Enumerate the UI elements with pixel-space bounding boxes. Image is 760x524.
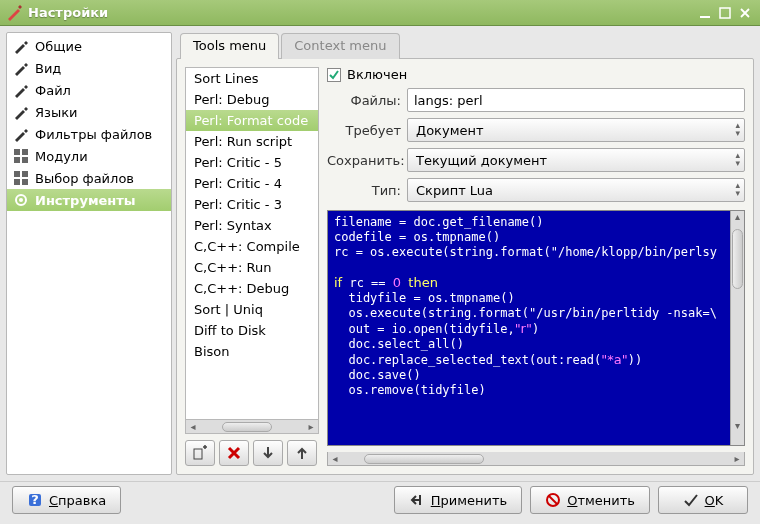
add-tool-button[interactable] bbox=[185, 440, 215, 466]
ok-icon bbox=[683, 492, 699, 508]
enabled-row: Включен bbox=[327, 67, 745, 82]
delete-tool-button[interactable] bbox=[219, 440, 249, 466]
sidebar-label: Выбор файлов bbox=[35, 171, 134, 186]
svg-point-11 bbox=[19, 198, 23, 202]
sidebar-label: Фильтры файлов bbox=[35, 127, 152, 142]
code-vscroll[interactable]: ▴ ▾ bbox=[730, 211, 744, 445]
type-row: Тип: Скрипт Lua ▴▾ bbox=[327, 178, 745, 202]
help-label-u: С bbox=[49, 493, 58, 508]
list-item[interactable]: Perl: Critic - 4 bbox=[186, 173, 318, 194]
grid-icon bbox=[13, 148, 29, 164]
list-item[interactable]: C,C++: Run bbox=[186, 257, 318, 278]
list-item[interactable]: Perl: Syntax bbox=[186, 215, 318, 236]
files-row: Файлы: bbox=[327, 88, 745, 112]
type-combo[interactable]: Скрипт Lua ▴▾ bbox=[407, 178, 745, 202]
app-icon bbox=[6, 5, 22, 21]
sidebar-label: Модули bbox=[35, 149, 88, 164]
code-editor[interactable]: filename = doc.get_filename() codefile =… bbox=[328, 211, 730, 445]
list-item[interactable]: Diff to Disk bbox=[186, 320, 318, 341]
files-label: Файлы: bbox=[327, 93, 401, 108]
svg-rect-1 bbox=[720, 8, 730, 18]
sidebar-item-file[interactable]: Файл bbox=[7, 79, 171, 101]
sidebar-item-plugins[interactable]: Модули bbox=[7, 145, 171, 167]
scroll-thumb[interactable] bbox=[222, 422, 272, 432]
svg-rect-9 bbox=[22, 179, 28, 185]
scroll-right-icon[interactable]: ▸ bbox=[730, 453, 744, 464]
close-button[interactable] bbox=[736, 4, 754, 22]
right-pane: Tools menu Context menu Sort Lines Perl:… bbox=[176, 32, 754, 475]
ok-button[interactable]: OK bbox=[658, 486, 748, 514]
tool-list-column: Sort Lines Perl: Debug Perl: Format code… bbox=[185, 67, 319, 466]
tab-context-menu[interactable]: Context menu bbox=[281, 33, 399, 59]
sidebar-item-languages[interactable]: Языки bbox=[7, 101, 171, 123]
minimize-button[interactable] bbox=[696, 4, 714, 22]
help-button[interactable]: ? Справка bbox=[12, 486, 121, 514]
scroll-thumb[interactable] bbox=[364, 454, 484, 464]
gear-icon bbox=[13, 192, 29, 208]
pencil-icon bbox=[13, 82, 29, 98]
svg-rect-5 bbox=[22, 157, 28, 163]
grid-icon bbox=[13, 170, 29, 186]
cancel-button[interactable]: Отменить bbox=[530, 486, 650, 514]
list-item[interactable]: Perl: Debug bbox=[186, 89, 318, 110]
move-up-button[interactable] bbox=[287, 440, 317, 466]
svg-text:?: ? bbox=[31, 492, 39, 507]
move-down-button[interactable] bbox=[253, 440, 283, 466]
spinner-icon: ▴▾ bbox=[735, 181, 740, 197]
list-item[interactable]: Perl: Critic - 3 bbox=[186, 194, 318, 215]
sidebar-item-general[interactable]: Общие bbox=[7, 35, 171, 57]
apply-label-u: П bbox=[431, 493, 441, 508]
tab-tools-menu[interactable]: Tools menu bbox=[180, 33, 279, 59]
type-label: Тип: bbox=[327, 183, 401, 198]
requires-label: Требует bbox=[327, 123, 401, 138]
code-hscroll[interactable]: ◂ ▸ bbox=[327, 452, 745, 466]
svg-rect-12 bbox=[194, 449, 202, 459]
help-label-rest: правка bbox=[58, 493, 106, 508]
enabled-checkbox[interactable] bbox=[327, 68, 341, 82]
scroll-right-icon[interactable]: ▸ bbox=[304, 421, 318, 432]
list-item[interactable]: Perl: Run script bbox=[186, 131, 318, 152]
spinner-icon: ▴▾ bbox=[735, 151, 740, 167]
sidebar-item-tools[interactable]: Инструменты bbox=[7, 189, 171, 211]
scroll-down-icon[interactable]: ▾ bbox=[731, 420, 744, 431]
tool-list-hscroll[interactable]: ◂ ▸ bbox=[185, 420, 319, 434]
list-item[interactable]: C,C++: Compile bbox=[186, 236, 318, 257]
tool-form: Включен Файлы: Требует Документ ▴▾ Сохра… bbox=[327, 67, 745, 466]
tab-label: Context menu bbox=[294, 38, 386, 53]
save-combo[interactable]: Текущий документ ▴▾ bbox=[407, 148, 745, 172]
pencil-icon bbox=[13, 104, 29, 120]
requires-combo[interactable]: Документ ▴▾ bbox=[407, 118, 745, 142]
sidebar-label: Языки bbox=[35, 105, 78, 120]
svg-rect-2 bbox=[14, 149, 20, 155]
sidebar-label: Инструменты bbox=[35, 193, 136, 208]
apply-button[interactable]: Применить bbox=[394, 486, 522, 514]
svg-rect-7 bbox=[22, 171, 28, 177]
maximize-button[interactable] bbox=[716, 4, 734, 22]
list-item[interactable]: Sort | Uniq bbox=[186, 299, 318, 320]
scroll-up-icon[interactable]: ▴ bbox=[731, 211, 744, 222]
pencil-icon bbox=[13, 126, 29, 142]
cancel-label-u: О bbox=[567, 493, 577, 508]
settings-sidebar: Общие Вид Файл Языки Фильтры файлов Моду… bbox=[6, 32, 172, 475]
svg-rect-4 bbox=[14, 157, 20, 163]
files-input[interactable] bbox=[407, 88, 745, 112]
sidebar-item-filefilters[interactable]: Фильтры файлов bbox=[7, 123, 171, 145]
save-label: Сохранить: bbox=[327, 153, 401, 168]
enabled-label: Включен bbox=[347, 67, 407, 82]
list-item[interactable]: Perl: Critic - 5 bbox=[186, 152, 318, 173]
sidebar-item-fileselect[interactable]: Выбор файлов bbox=[7, 167, 171, 189]
sidebar-item-view[interactable]: Вид bbox=[7, 57, 171, 79]
apply-label-rest: рименить bbox=[441, 493, 508, 508]
list-item[interactable]: C,C++: Debug bbox=[186, 278, 318, 299]
list-item[interactable]: Perl: Format code bbox=[186, 110, 318, 131]
scroll-left-icon[interactable]: ◂ bbox=[186, 421, 200, 432]
list-item[interactable]: Bison bbox=[186, 341, 318, 362]
code-editor-wrap: filename = doc.get_filename() codefile =… bbox=[327, 210, 745, 446]
combo-value: Текущий документ bbox=[416, 153, 547, 168]
tab-content: Sort Lines Perl: Debug Perl: Format code… bbox=[176, 58, 754, 475]
tool-list[interactable]: Sort Lines Perl: Debug Perl: Format code… bbox=[185, 67, 319, 420]
scroll-thumb[interactable] bbox=[732, 229, 743, 289]
apply-icon bbox=[409, 492, 425, 508]
list-item[interactable]: Sort Lines bbox=[186, 68, 318, 89]
scroll-left-icon[interactable]: ◂ bbox=[328, 453, 342, 464]
